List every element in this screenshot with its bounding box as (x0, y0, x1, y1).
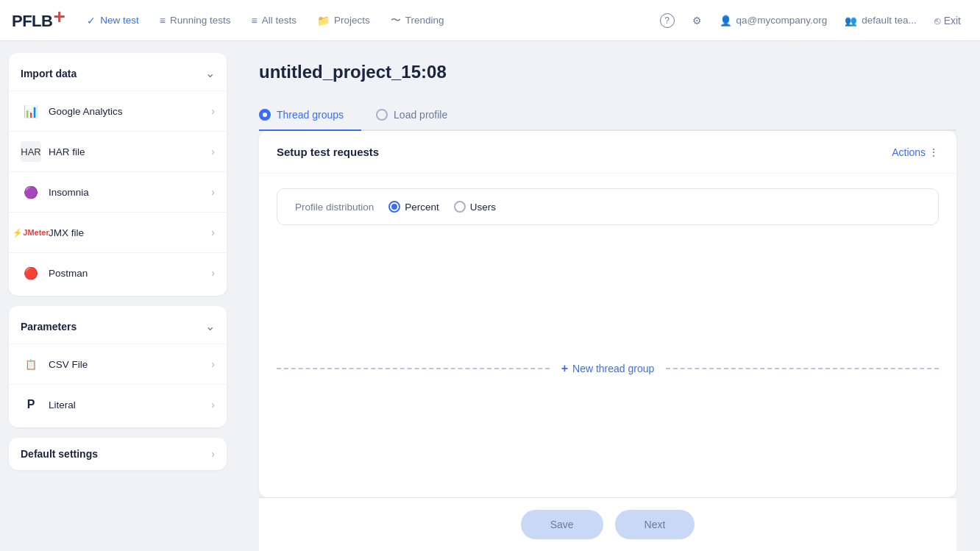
parameters-header[interactable]: Parameters ⌄ (9, 309, 227, 344)
tab-thread-groups[interactable]: Thread groups (259, 100, 361, 131)
sidebar-item-label: Insomnia (49, 187, 89, 198)
tab-load-profile-indicator (376, 109, 388, 121)
sidebar-item-label: Google Analytics (49, 106, 123, 117)
setup-title: Setup test requests (277, 146, 379, 158)
sidebar-item-label: Literal (49, 399, 76, 410)
running-icon: ≡ (160, 15, 166, 26)
sidebar-item-chevron-icon: › (211, 358, 215, 370)
default-settings-chevron-icon: › (211, 448, 215, 460)
sidebar: Import data ⌄ 📊 Google Analytics › HAR H… (0, 41, 235, 551)
check-circle-icon: ✓ (87, 15, 96, 26)
tab-thread-groups-indicator (259, 109, 271, 121)
csv-file-icon: 📋 (21, 354, 41, 374)
topnav: PFLB+ ✓ New test ≡ Running tests ≡ All t… (0, 0, 980, 41)
plus-icon: + (561, 362, 568, 375)
sidebar-item-label: HAR file (49, 146, 85, 157)
settings-icon: ⚙ (692, 15, 702, 26)
nav-new-test[interactable]: ✓ New test (79, 10, 146, 31)
logo-text: PFLB+ (12, 10, 65, 31)
sidebar-item-chevron-icon: › (211, 399, 215, 410)
nav-trending[interactable]: 〜 Trending (383, 10, 452, 32)
list-icon: ≡ (252, 15, 258, 26)
profile-distribution-bar: Profile distribution Percent Users (277, 188, 939, 225)
actions-button[interactable]: Actions ⋮ (892, 146, 939, 158)
nav-user[interactable]: 👤 qa@mycompany.org (712, 10, 835, 31)
nav-help[interactable]: ? (653, 9, 682, 32)
sidebar-item-postman[interactable]: 🔴 Postman › (9, 252, 227, 293)
sidebar-default-settings[interactable]: Default settings › (9, 438, 227, 470)
nav-settings[interactable]: ⚙ (685, 10, 709, 31)
distribution-label: Profile distribution (295, 202, 374, 213)
parameters-section: Parameters ⌄ 📋 CSV File › P Literal › (9, 306, 227, 427)
logo-dot: + (53, 5, 65, 28)
new-thread-group-button[interactable]: + New thread group (561, 362, 655, 375)
save-button[interactable]: Save (521, 510, 603, 539)
sidebar-item-label: JMX file (49, 227, 84, 238)
team-icon: 👥 (845, 15, 857, 26)
nav-projects[interactable]: 📁 Projects (310, 10, 377, 31)
google-analytics-icon: 📊 (21, 101, 41, 121)
trending-icon: 〜 (391, 14, 401, 27)
import-data-section: Import data ⌄ 📊 Google Analytics › HAR H… (9, 53, 227, 296)
logo[interactable]: PFLB+ (12, 10, 65, 31)
literal-icon: P (21, 394, 41, 415)
default-settings-label: Default settings (21, 448, 98, 460)
nav-all-tests[interactable]: ≡ All tests (244, 10, 304, 31)
new-thread-area: + New thread group (259, 240, 956, 497)
sidebar-item-csv-file[interactable]: 📋 CSV File › (9, 344, 227, 384)
radio-users-btn (454, 201, 466, 213)
radio-users-label: Users (470, 202, 496, 213)
sidebar-item-label: CSV File (49, 359, 88, 370)
next-button[interactable]: Next (615, 510, 695, 539)
import-data-chevron-icon: ⌄ (205, 66, 215, 80)
content-header: Setup test requests Actions ⋮ (259, 131, 956, 174)
sidebar-item-chevron-icon: › (211, 146, 215, 157)
sidebar-item-label: Postman (49, 268, 88, 279)
main-content: untitled_project_15:08 Thread groups Loa… (235, 41, 980, 551)
postman-icon: 🔴 (21, 263, 41, 283)
parameters-chevron-icon: ⌄ (205, 319, 215, 333)
sidebar-item-chevron-icon: › (211, 105, 215, 117)
nav-exit[interactable]: ⎋ Exit (927, 10, 968, 31)
content-area: Setup test requests Actions ⋮ Profile di… (259, 131, 956, 497)
radio-percent-btn (388, 201, 400, 213)
dashed-line-right (666, 368, 939, 369)
tab-load-profile[interactable]: Load profile (376, 100, 465, 131)
sidebar-item-chevron-icon: › (211, 186, 215, 198)
nav-running-tests[interactable]: ≡ Running tests (152, 10, 238, 31)
radio-users[interactable]: Users (454, 201, 496, 213)
project-title: untitled_project_15:08 (259, 62, 956, 82)
parameters-title: Parameters (21, 321, 77, 333)
import-data-header[interactable]: Import data ⌄ (9, 56, 227, 90)
tabs-bar: Thread groups Load profile (259, 100, 956, 131)
sidebar-item-insomnia[interactable]: 🟣 Insomnia › (9, 171, 227, 212)
sidebar-item-literal[interactable]: P Literal › (9, 384, 227, 424)
jmx-icon: ⚡JMeter (21, 222, 41, 243)
sidebar-item-google-analytics[interactable]: 📊 Google Analytics › (9, 90, 227, 131)
exit-icon: ⎋ (934, 15, 940, 26)
user-icon: 👤 (720, 15, 732, 26)
radio-percent[interactable]: Percent (388, 201, 439, 213)
har-file-icon: HAR (21, 141, 41, 162)
sidebar-item-chevron-icon: › (211, 227, 215, 238)
import-data-title: Import data (21, 68, 77, 79)
sidebar-item-har-file[interactable]: HAR HAR file › (9, 131, 227, 171)
radio-percent-label: Percent (405, 202, 439, 213)
folder-icon: 📁 (317, 15, 330, 26)
app-layout: Import data ⌄ 📊 Google Analytics › HAR H… (0, 41, 980, 551)
nav-team[interactable]: 👥 default tea... (837, 10, 923, 31)
bottom-bar: Save Next (259, 497, 956, 551)
sidebar-item-jmx-file[interactable]: ⚡JMeter JMX file › (9, 212, 227, 252)
help-icon: ? (660, 13, 675, 28)
dashed-line-left (277, 368, 550, 369)
insomnia-icon: 🟣 (21, 182, 41, 202)
sidebar-item-chevron-icon: › (211, 267, 215, 279)
